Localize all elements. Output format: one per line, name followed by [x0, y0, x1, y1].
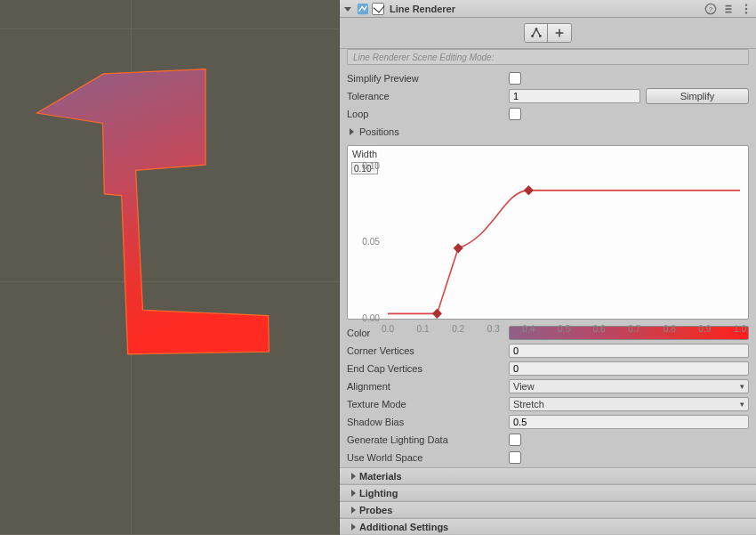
svg-text:0.3: 0.3 — [487, 324, 500, 334]
svg-point-6 — [531, 35, 534, 37]
use-world-space-checkbox[interactable] — [509, 451, 521, 464]
svg-point-8 — [538, 35, 541, 37]
svg-text:0.9: 0.9 — [698, 324, 711, 334]
alignment-value: View — [513, 381, 535, 392]
component-enable-checkbox[interactable] — [372, 3, 384, 15]
edit-points-tool-button[interactable] — [525, 24, 548, 42]
scene-tools-row — [340, 18, 756, 49]
svg-text:0.0: 0.0 — [382, 324, 394, 334]
svg-text:0.5: 0.5 — [558, 324, 570, 334]
simplify-button[interactable]: Simplify — [646, 88, 749, 104]
simplify-preview-checkbox[interactable] — [509, 72, 521, 85]
context-menu-icon[interactable] — [740, 3, 752, 15]
svg-text:0.00: 0.00 — [362, 313, 380, 323]
line-renderer-icon — [357, 3, 369, 15]
svg-rect-0 — [358, 3, 368, 13]
additional-settings-section[interactable]: Additional Settings — [340, 518, 756, 535]
alignment-dropdown[interactable]: View▾ — [509, 379, 749, 393]
svg-text:0.2: 0.2 — [452, 324, 464, 334]
materials-label: Materials — [359, 471, 402, 482]
svg-text:0.05: 0.05 — [362, 237, 380, 247]
corner-vertices-field[interactable] — [509, 344, 749, 358]
lighting-label: Lighting — [359, 488, 398, 499]
tolerance-field[interactable] — [509, 89, 640, 103]
corner-vertices-label: Corner Vertices — [347, 345, 509, 356]
tolerance-label: Tolerance — [347, 91, 509, 101]
generate-lighting-data-checkbox[interactable] — [509, 434, 521, 446]
svg-rect-23 — [432, 309, 442, 319]
svg-text:0.4: 0.4 — [522, 324, 535, 334]
svg-text:0.10: 0.10 — [362, 161, 380, 171]
svg-text:0.6: 0.6 — [593, 324, 606, 334]
materials-section[interactable]: Materials — [340, 467, 756, 484]
svg-point-5 — [745, 12, 747, 13]
help-icon[interactable]: ? — [704, 3, 717, 15]
width-curve-editor[interactable]: Width 0.10 0.000.050.100.00.10.20.30.40.… — [347, 145, 749, 320]
svg-rect-24 — [454, 243, 463, 253]
svg-point-7 — [535, 28, 537, 30]
generate-lighting-data-label: Generate Lighting Data — [347, 434, 509, 445]
end-cap-vertices-label: End Cap Vertices — [347, 363, 509, 374]
loop-checkbox[interactable] — [509, 108, 521, 120]
shadow-bias-label: Shadow Bias — [347, 417, 509, 427]
simplify-preview-label: Simplify Preview — [347, 73, 509, 84]
svg-text:0.8: 0.8 — [664, 324, 676, 334]
component-title: Line Renderer — [390, 4, 455, 14]
editing-mode-hint: Line Renderer Scene Editing Mode: — [347, 49, 749, 65]
svg-point-4 — [745, 7, 747, 9]
end-cap-vertices-field[interactable] — [509, 361, 749, 376]
preset-icon[interactable] — [722, 3, 735, 15]
svg-text:0.1: 0.1 — [417, 324, 430, 334]
component-foldout-icon[interactable] — [343, 4, 352, 13]
svg-point-3 — [745, 4, 747, 5]
texture-mode-label: Texture Mode — [347, 399, 509, 409]
component-header[interactable]: Line Renderer ? — [340, 0, 756, 18]
texture-mode-dropdown[interactable]: Stretch▾ — [509, 397, 749, 411]
scene-view[interactable] — [0, 0, 339, 535]
loop-label: Loop — [347, 109, 509, 119]
svg-text:0.7: 0.7 — [628, 324, 640, 334]
probes-label: Probes — [359, 505, 392, 515]
positions-label: Positions — [359, 126, 399, 137]
add-point-tool-button[interactable] — [548, 24, 571, 42]
svg-rect-25 — [524, 185, 534, 195]
svg-text:?: ? — [709, 4, 713, 12]
use-world-space-label: Use World Space — [347, 452, 509, 463]
positions-foldout-icon — [347, 127, 356, 136]
svg-text:1.0: 1.0 — [734, 324, 746, 334]
inspector-panel: Line Renderer ? Line Renderer Scene Edit… — [339, 0, 756, 535]
texture-mode-value: Stretch — [513, 399, 544, 409]
shadow-bias-field[interactable] — [509, 415, 749, 429]
alignment-label: Alignment — [347, 381, 509, 392]
scene-shape — [0, 0, 339, 472]
lighting-section[interactable]: Lighting — [340, 484, 756, 501]
positions-foldout[interactable]: Positions — [347, 124, 749, 140]
probes-section[interactable]: Probes — [340, 501, 756, 518]
additional-settings-label: Additional Settings — [359, 522, 448, 532]
